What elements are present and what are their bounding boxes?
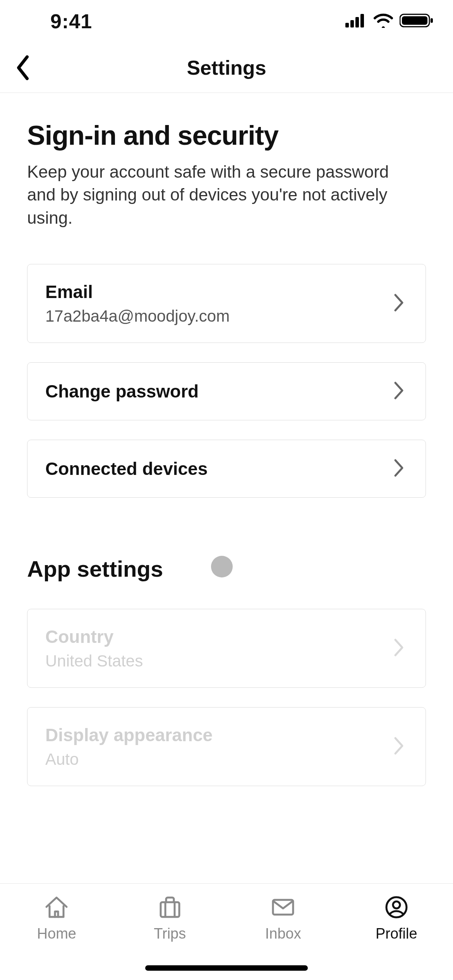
tab-bar: Home Trips Inbox: [0, 883, 453, 980]
connected-devices-label: Connected devices: [45, 458, 384, 479]
country-label: Country: [45, 626, 384, 647]
touch-indicator: [211, 556, 233, 577]
display-appearance-row[interactable]: Display appearance Auto: [27, 707, 426, 786]
cellular-icon: [345, 14, 367, 29]
back-button[interactable]: [7, 52, 38, 83]
envelope-icon: [270, 895, 296, 919]
chevron-right-icon: [392, 292, 408, 315]
display-appearance-label: Display appearance: [45, 725, 384, 745]
change-password-label: Change password: [45, 381, 384, 402]
status-bar: 9:41: [0, 0, 453, 43]
svg-rect-2: [355, 17, 359, 27]
svg-rect-1: [350, 20, 354, 27]
tab-profile-label: Profile: [376, 925, 417, 942]
country-row[interactable]: Country United States: [27, 609, 426, 688]
status-time: 9:41: [50, 10, 92, 33]
content: Sign-in and security Keep your account s…: [0, 93, 453, 786]
chevron-right-icon: [392, 380, 408, 403]
profile-icon: [383, 895, 410, 919]
wifi-icon: [373, 13, 393, 29]
connected-devices-row[interactable]: Connected devices: [27, 440, 426, 498]
tab-inbox-label: Inbox: [265, 925, 301, 942]
suitcase-icon: [157, 895, 183, 919]
email-row[interactable]: Email 17a2ba4a@moodjoy.com: [27, 264, 426, 343]
chevron-left-icon: [14, 54, 31, 82]
svg-rect-5: [402, 16, 427, 25]
chevron-right-icon: [392, 457, 408, 480]
tab-home[interactable]: Home: [0, 884, 113, 980]
chevron-right-icon: [392, 735, 408, 758]
battery-icon: [400, 13, 434, 30]
svg-rect-3: [360, 14, 364, 27]
email-label: Email: [45, 281, 384, 302]
status-indicators: [345, 13, 434, 30]
svg-rect-6: [431, 18, 433, 23]
svg-rect-0: [345, 23, 349, 27]
svg-point-12: [393, 901, 400, 908]
home-icon: [43, 895, 70, 919]
display-appearance-value: Auto: [45, 750, 384, 769]
nav-header: Settings: [0, 43, 453, 93]
country-value: United States: [45, 652, 384, 670]
section-heading-signin: Sign-in and security: [27, 120, 426, 151]
tab-profile[interactable]: Profile: [340, 884, 453, 980]
svg-rect-7: [161, 902, 179, 917]
chevron-right-icon: [392, 637, 408, 660]
tab-trips-label: Trips: [154, 925, 186, 942]
home-indicator[interactable]: [145, 965, 308, 971]
change-password-row[interactable]: Change password: [27, 362, 426, 420]
section-description: Keep your account safe with a secure pas…: [27, 160, 414, 229]
tab-home-label: Home: [37, 925, 76, 942]
email-value: 17a2ba4a@moodjoy.com: [45, 307, 384, 326]
page-title: Settings: [187, 56, 266, 79]
